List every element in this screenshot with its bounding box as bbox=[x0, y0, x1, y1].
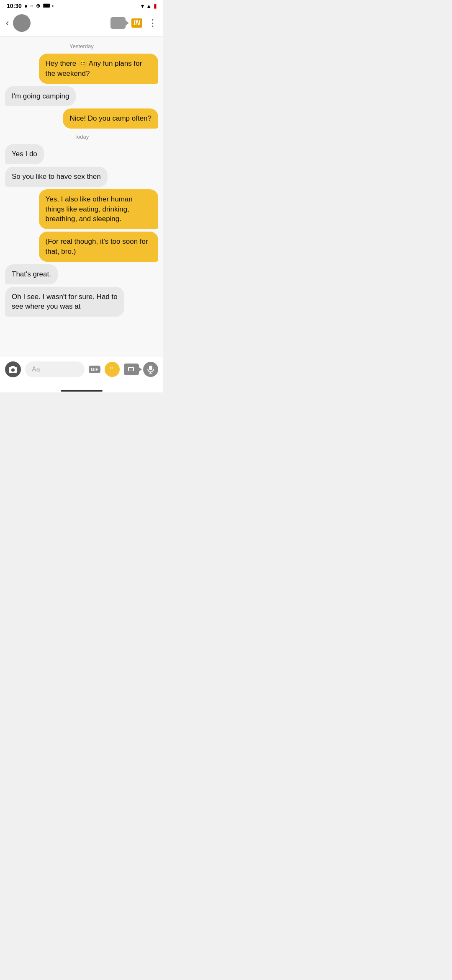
video-call-button[interactable] bbox=[110, 17, 126, 29]
message-row-7: (For real though, it's too soon for that… bbox=[5, 232, 158, 262]
chat-area: Yesterday Hey there 😊 Any fun plans for … bbox=[0, 36, 163, 357]
message-text-6: Yes, I also like other human things like… bbox=[46, 195, 133, 223]
microphone-button[interactable] bbox=[143, 362, 158, 377]
in-badge[interactable]: IN bbox=[131, 18, 142, 28]
message-bubble-9[interactable]: Oh I see. I wasn't for sure. Had to see … bbox=[5, 287, 124, 317]
message-bubble-1[interactable]: Hey there 😊 Any fun plans for the weeken… bbox=[39, 54, 158, 84]
home-indicator bbox=[0, 387, 163, 392]
home-bar bbox=[61, 390, 103, 392]
status-time: 10:30 bbox=[7, 3, 22, 9]
message-row-4: Yes I do bbox=[5, 144, 158, 164]
message-text-7: (For real though, it's too soon for that… bbox=[46, 237, 148, 255]
input-placeholder: Aa bbox=[32, 366, 40, 373]
message-row-2: I'm going camping bbox=[5, 86, 158, 106]
dot2-icon: • bbox=[52, 4, 54, 8]
dot-icon: ● bbox=[24, 3, 28, 9]
svg-rect-2 bbox=[11, 366, 15, 368]
back-button[interactable]: ‹ bbox=[6, 18, 13, 28]
camera-icon bbox=[8, 366, 18, 373]
status-left: 10:30 ● ○ ⊕ ⌨ • bbox=[7, 3, 54, 9]
message-row-1: Hey there 😊 Any fun plans for the weeken… bbox=[5, 54, 158, 84]
more-options-button[interactable]: ⋮ bbox=[148, 18, 157, 28]
message-bubble-3[interactable]: Nice! Do you camp often? bbox=[63, 108, 158, 129]
svg-point-1 bbox=[11, 369, 15, 372]
message-input[interactable]: Aa bbox=[25, 361, 85, 377]
bottom-bar: Aa GIF " bbox=[0, 357, 163, 387]
avatar-area bbox=[13, 14, 110, 32]
message-text-4: Yes I do bbox=[12, 150, 37, 158]
message-row-9: Oh I see. I wasn't for sure. Had to see … bbox=[5, 287, 158, 317]
message-row-6: Yes, I also like other human things like… bbox=[5, 189, 158, 229]
message-bubble-2[interactable]: I'm going camping bbox=[5, 86, 76, 106]
mic-icon bbox=[147, 365, 154, 374]
svg-text:": " bbox=[110, 366, 113, 373]
message-bubble-6[interactable]: Yes, I also like other human things like… bbox=[39, 189, 158, 229]
message-text-9: Oh I see. I wasn't for sure. Had to see … bbox=[12, 293, 118, 311]
avatar[interactable] bbox=[13, 14, 31, 32]
status-bar: 10:30 ● ○ ⊕ ⌨ • ▾ ▲ ▮ bbox=[0, 0, 163, 11]
pinterest-icon: ⊕ bbox=[36, 3, 40, 9]
yesterday-label: Yesterday bbox=[5, 43, 158, 49]
svg-rect-7 bbox=[149, 366, 152, 370]
screen-share-button[interactable] bbox=[124, 364, 139, 375]
message-text-8: That's great. bbox=[12, 270, 51, 278]
header: ‹ IN ⋮ bbox=[0, 11, 163, 36]
today-label: Today bbox=[5, 134, 158, 140]
message-row-8: That's great. bbox=[5, 264, 158, 284]
message-text-3: Nice! Do you camp often? bbox=[69, 114, 152, 122]
message-bubble-7[interactable]: (For real though, it's too soon for that… bbox=[39, 232, 158, 262]
message-text-2: I'm going camping bbox=[12, 92, 69, 100]
message-bubble-4[interactable]: Yes I do bbox=[5, 144, 44, 164]
message-row-3: Nice! Do you camp often? bbox=[5, 108, 158, 129]
message-text-1: Hey there 😊 Any fun plans for the weeken… bbox=[46, 59, 142, 77]
circle-icon: ○ bbox=[30, 3, 33, 9]
gif-button[interactable]: GIF bbox=[89, 366, 100, 373]
message-bubble-5[interactable]: So you like to have sex then bbox=[5, 167, 108, 187]
message-row-5: So you like to have sex then bbox=[5, 167, 158, 187]
message-bubble-8[interactable]: That's great. bbox=[5, 264, 58, 284]
quote-icon: " bbox=[108, 365, 116, 374]
battery-icon: ▮ bbox=[154, 3, 157, 9]
wifi-icon: ▾ bbox=[141, 3, 144, 9]
signal-icon: ▲ bbox=[146, 3, 152, 9]
keyboard-icon: ⌨ bbox=[43, 3, 50, 9]
header-actions: IN ⋮ bbox=[110, 17, 157, 29]
quote-button[interactable]: " bbox=[105, 362, 120, 377]
svg-rect-6 bbox=[129, 368, 133, 371]
status-right: ▾ ▲ ▮ bbox=[141, 3, 157, 9]
message-text-5: So you like to have sex then bbox=[12, 173, 101, 181]
screen-icon bbox=[128, 367, 135, 372]
camera-button[interactable] bbox=[5, 361, 21, 377]
